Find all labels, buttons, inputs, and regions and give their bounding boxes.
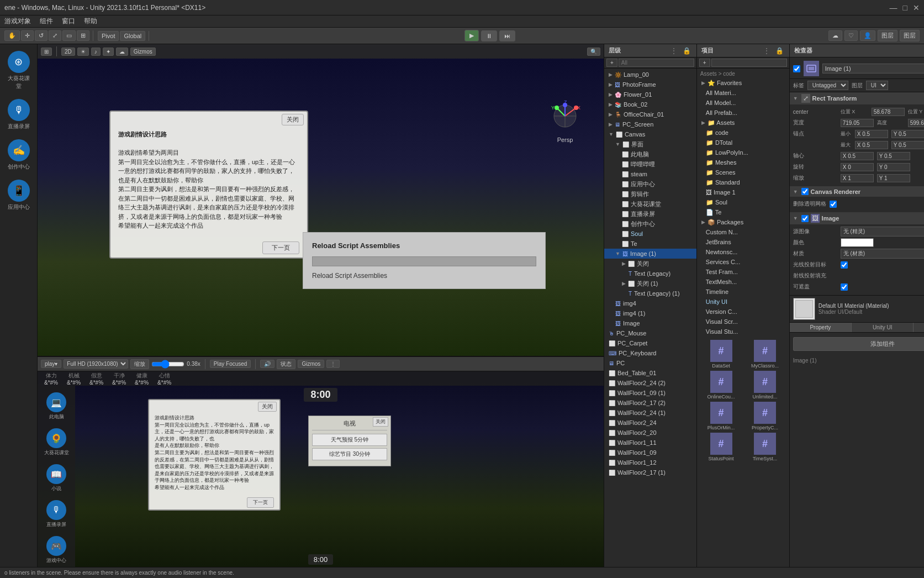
game-tv-close-btn[interactable]: 关闭 [373,417,388,427]
project-testfram[interactable]: Test Fram... [697,267,789,277]
tree-wallfloor1-09-1[interactable]: ⬜WallFloor1_09 (1) [604,388,696,398]
tool-hand[interactable]: ✋ [4,30,20,41]
sidebar-item-create[interactable]: ✍ 创作中心 [3,137,34,173]
tree-photoframe[interactable]: ▶🖼PhotoFrame [604,80,696,90]
tree-flower01[interactable]: ▶🌸Flower_01 [604,90,696,99]
project-packages[interactable]: ▶📦 Packages [697,217,789,227]
project-jetbrains[interactable]: JetBrains [697,237,789,247]
tree-wallfloor2-24-2[interactable]: ⬜WallFloor2_24 (2) [604,378,696,388]
rect-scale-x-input[interactable] [841,174,874,182]
tree-image1[interactable]: ▼🖼Image (1) [604,249,696,259]
add-component-btn[interactable]: 添加组件 [793,337,924,351]
tree-book02[interactable]: ▶📚Book_02 [604,99,696,109]
project-soul[interactable]: 📁 Soul [697,197,789,207]
rect-min-y-input[interactable] [891,130,924,138]
tree-jiemian[interactable]: ▼⬜界面 [604,139,696,149]
project-icon-propertyc[interactable]: # PropertyC... [744,402,785,430]
project-meshes[interactable]: 📁 Meshes [697,157,789,167]
scene-sky-btn[interactable]: ☁ [116,48,128,56]
inspector-tab-property[interactable]: Property [790,323,852,332]
rect-transform-header[interactable]: ▼ ⤢ Rect Transform [790,92,924,104]
gnav-game-center[interactable]: 🎮 游戏中心 [40,534,73,566]
game-resolution-select[interactable]: Full HD (1920x1080) [64,359,128,369]
image-raycast-checkbox[interactable] [841,261,848,269]
rect-width-input[interactable] [841,119,874,127]
tree-chuangzuo[interactable]: ⬜创作中心 [604,219,696,229]
project-textmesh[interactable]: TextMesh... [697,277,789,287]
project-timeline[interactable]: Timeline [697,287,789,297]
hierarchy-search-input[interactable] [619,59,694,67]
project-search-input[interactable] [711,59,787,67]
menu-component[interactable]: 组件 [40,17,53,26]
game-zoom-slider[interactable] [151,360,184,369]
game-dialog-close-btn[interactable]: 关闭 [258,402,277,412]
rect-scale-y-input[interactable] [877,174,910,182]
scene-fx-btn[interactable]: ✦ [103,48,114,56]
tree-steam[interactable]: ⬜steam [604,169,696,179]
project-favorites[interactable]: ▶⭐ Favorites [697,78,789,88]
gnav-novel[interactable]: 📖 小说 [40,462,73,495]
project-standard[interactable]: 📁 Standard [697,177,789,187]
image-maskable-checkbox[interactable] [841,283,848,291]
rect-height-input[interactable] [908,119,924,127]
tree-wallfloor2-24-1[interactable]: ⬜WallFloor2_24 (1) [604,408,696,418]
image-color-swatch[interactable] [841,238,874,247]
project-icon-dataset[interactable]: # DataSet [700,340,742,369]
inspector-object-name-input[interactable] [822,64,924,73]
tree-appcenter[interactable]: ⬜应用中心 [604,179,696,189]
tree-canvas[interactable]: ▼⬜Canvas [604,129,696,139]
tree-bilibili[interactable]: ⬜哔哩哔哩 [604,159,696,169]
scene-dialog-close-btn[interactable]: 关闭 [282,114,304,125]
tree-soul[interactable]: ⬜Soul [604,229,696,239]
hierarchy-add-btn[interactable]: + [606,59,617,67]
project-dtotal[interactable]: 📁 DTotal [697,138,789,148]
project-icon-timesyst[interactable]: # TimeSyst... [744,433,785,461]
sidebar-item-app[interactable]: 📱 应用中心 [3,177,34,213]
project-scenes[interactable]: 📁 Scenes [697,167,789,177]
tree-img41[interactable]: 🖼img4 (1) [604,308,696,318]
menu-help[interactable]: 帮助 [84,17,97,26]
game-stats-btn[interactable]: 状态 [277,359,295,369]
maximize-icon[interactable]: □ [903,3,907,12]
sidebar-item-broadcast[interactable]: 🎙 直播录屏 [3,97,34,133]
scene-light-btn[interactable]: ☀ [77,48,89,56]
rect-rot-x-input[interactable] [841,163,874,171]
inspector-tab-services[interactable]: Services [914,323,924,332]
tool-transform[interactable]: ⊞ [77,30,89,41]
tv-option-variety[interactable]: 综艺节目 30分钟 [312,448,387,460]
game-gizmos-btn[interactable]: Gizmos [298,360,324,368]
canvas-cull-checkbox[interactable] [830,201,837,208]
layers-btn[interactable]: 图层 [878,30,897,41]
global-btn[interactable]: Global [120,31,145,41]
project-icon-myclassro[interactable]: # MyClassro... [744,340,785,369]
tree-pcmouse[interactable]: 🖱PC_Mouse [604,328,696,338]
tree-textlegacy[interactable]: TText (Legacy) [604,269,696,279]
project-lock-btn[interactable]: 🔒 [774,47,785,55]
tree-electric[interactable]: ⬜此电脑 [604,149,696,159]
inspector-tab-unityui[interactable]: Unity UI [852,323,914,332]
tree-guanbi[interactable]: ▶⬜关闭 [604,259,696,269]
play-focused-btn[interactable]: Play Focused [210,360,251,368]
rect-min-x-input[interactable] [855,130,888,138]
pause-button[interactable]: ⏸ [481,30,497,41]
project-more-btn[interactable]: ⋮ [762,47,771,55]
project-customn[interactable]: Custom N... [697,227,789,237]
tool-rect[interactable]: ▭ [62,30,76,41]
scene-dialog-next-btn[interactable]: 下一页 [262,241,299,254]
rect-rot-y-input[interactable] [877,163,910,171]
hierarchy-lock-btn[interactable]: 🔒 [682,47,692,55]
gizmo-perspective-label[interactable]: Persp [548,136,582,143]
tree-te[interactable]: ⬜Te [604,239,696,249]
project-icon-onlinecou[interactable]: # OnlineCou... [700,371,742,400]
tree-pccarpet[interactable]: ⬜PC_Carpet [604,338,696,348]
game-volume-btn[interactable]: 🔊 [260,360,274,368]
gnav-computer[interactable]: 💻 此电脑 [40,390,73,423]
tree-wallfloor2-24[interactable]: ⬜WallFloor2_24 [604,418,696,428]
menu-window[interactable]: 窗口 [62,17,75,26]
tree-jianjizuo[interactable]: ⬜剪辑作 [604,189,696,199]
project-te[interactable]: 📄 Te [697,207,789,217]
minimize-icon[interactable]: — [890,3,897,12]
project-code[interactable]: 📁 code [697,128,789,138]
tree-textlegacy1[interactable]: TText (Legacy) (1) [604,288,696,298]
inspector-layer-select[interactable]: UI [866,81,888,90]
